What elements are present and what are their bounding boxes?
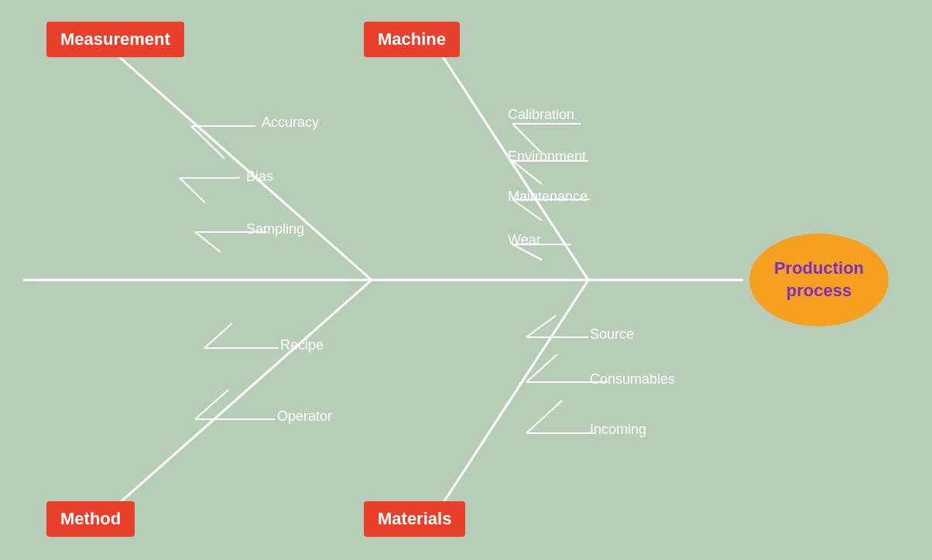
maintenance-label: Maintenance	[508, 189, 588, 205]
svg-line-3	[116, 280, 372, 506]
operator-label: Operator	[277, 408, 332, 425]
svg-line-24	[526, 316, 556, 337]
effect-ellipse: Productionprocess	[749, 234, 889, 326]
consumables-label: Consumables	[590, 371, 675, 388]
measurement-box: Measurement	[46, 22, 184, 57]
bias-label: Bias	[246, 169, 273, 185]
sampling-label: Sampling	[246, 221, 304, 237]
accuracy-label: Accuracy	[262, 114, 319, 131]
svg-line-10	[195, 232, 221, 252]
svg-line-6	[191, 126, 224, 159]
svg-line-22	[195, 390, 228, 419]
incoming-label: Incoming	[590, 422, 646, 438]
source-label: Source	[590, 326, 634, 343]
svg-line-28	[526, 401, 562, 433]
recipe-label: Recipe	[280, 337, 324, 353]
machine-box: Machine	[364, 22, 460, 57]
wear-label: Wear	[508, 232, 541, 248]
effect-label: Productionprocess	[774, 258, 864, 302]
svg-line-1	[116, 54, 372, 280]
method-box: Method	[46, 501, 135, 537]
environment-label: Environment	[508, 149, 586, 165]
svg-line-8	[180, 178, 205, 203]
calibration-label: Calibration	[508, 107, 574, 123]
svg-line-20	[204, 323, 232, 348]
materials-box: Materials	[364, 501, 465, 537]
svg-line-4	[441, 280, 588, 506]
